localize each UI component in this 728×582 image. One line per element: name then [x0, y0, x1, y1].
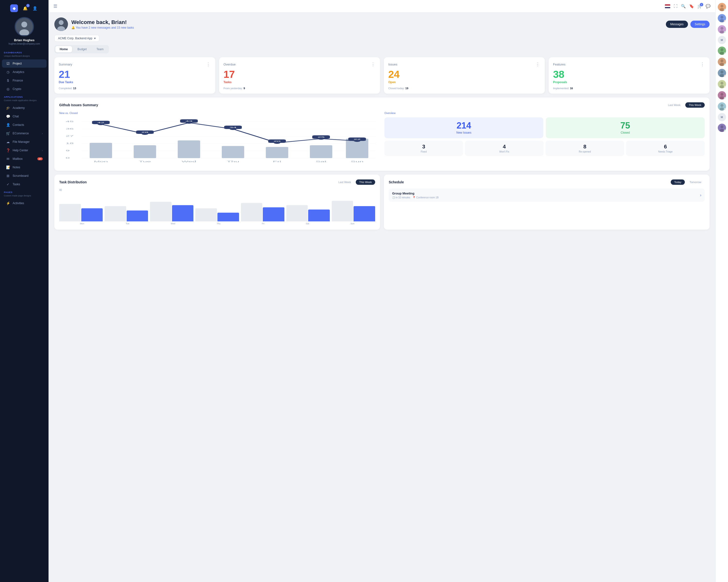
mini-stat-number: 8 [547, 144, 622, 150]
bar-group [105, 206, 148, 221]
right-sidebar-avatar[interactable] [718, 2, 726, 11]
svg-text:9: 9 [66, 149, 70, 152]
sidebar-item-filemanager[interactable]: ☁ File Manager [2, 138, 47, 146]
ecommerce-icon: 🛒 [6, 132, 10, 135]
messages-button[interactable]: Messages [666, 21, 688, 28]
last-week-button[interactable]: Last Week [665, 102, 684, 108]
task-last-week-button[interactable]: Last Week [335, 179, 354, 185]
user-circle-icon[interactable]: 👤 [31, 5, 38, 11]
avatar[interactable] [718, 47, 726, 55]
online-status-dot [724, 31, 726, 33]
avatar[interactable] [718, 69, 726, 77]
online-status-dot [724, 64, 726, 66]
sidebar-item-activities[interactable]: ⚡ Activities [2, 199, 47, 207]
language-flag-icon[interactable] [665, 4, 670, 8]
right-sidebar-avatar[interactable] [718, 13, 726, 23]
avatar[interactable] [718, 80, 726, 88]
schedule-arrow-icon[interactable]: › [700, 193, 701, 197]
right-sidebar-avatar[interactable] [718, 80, 726, 89]
academy-icon: 🎓 [6, 106, 10, 110]
stat-title: Overdue [224, 62, 236, 66]
fullscreen-icon[interactable]: ⛶ [674, 4, 678, 8]
x-label: Thu [217, 222, 220, 225]
right-sidebar-avatar[interactable] [718, 57, 726, 66]
svg-text:Sat: Sat [316, 160, 327, 163]
sidebar-item-scrumboard[interactable]: ⊞ Scrumboard [2, 172, 47, 180]
bar-background [286, 205, 308, 222]
svg-rect-23 [310, 145, 332, 158]
contacts-icon: 👤 [6, 123, 10, 127]
stat-label: Tasks [224, 81, 375, 84]
tasks-icon: ✓ [6, 182, 10, 186]
mini-stat-label: Fixed [386, 150, 461, 153]
sidebar-item-academy[interactable]: 🎓 Academy [2, 104, 47, 112]
more-options-icon[interactable]: ⋮ [536, 62, 540, 67]
sidebar-item-notes[interactable]: 📝 Notes [2, 163, 47, 171]
schedule-meta: 🕐 in 32 minutes 📍 Conference room 1B [392, 196, 439, 199]
svg-text:Thu: Thu [227, 160, 239, 163]
right-sidebar-avatar[interactable]: M [718, 113, 726, 121]
more-options-icon[interactable]: ⋮ [371, 62, 375, 67]
sidebar-item-chat[interactable]: 💬 Chat [2, 112, 47, 120]
top-header: ☰ ⛶ 🔍 🔖 🛒 5 💬 [49, 0, 716, 12]
right-sidebar-avatar[interactable] [718, 102, 726, 111]
sidebar-item-project[interactable]: ☑ Project [2, 59, 47, 68]
chat-icon[interactable]: 💬 [706, 4, 710, 8]
right-sidebar-avatar[interactable] [718, 68, 726, 78]
stat-number: 17 [224, 70, 375, 80]
avatar[interactable] [718, 102, 726, 111]
right-sidebar-avatar[interactable] [718, 25, 726, 34]
sidebar-item-contacts[interactable]: 👤 Contacts [2, 121, 47, 129]
sidebar-item-mailbox[interactable]: ✉ Mailbox 27 [2, 155, 47, 163]
sidebar-email: hughes.brian@company.com [0, 43, 49, 45]
bookmark-icon[interactable]: 🔖 [689, 4, 694, 8]
sidebar-item-crypto[interactable]: ◎ Crypto [2, 85, 47, 93]
project-selector[interactable]: ACME Corp. Backend App ▾ [54, 35, 99, 42]
avatar[interactable] [718, 58, 726, 66]
app-logo[interactable]: ◆ [10, 4, 18, 12]
shopping-cart-icon[interactable]: 🛒 5 [697, 4, 702, 8]
schedule-item-title: Group Meeting [392, 192, 439, 195]
more-options-icon[interactable]: ⋮ [700, 62, 705, 67]
svg-rect-18 [89, 143, 112, 158]
hamburger-menu-icon[interactable]: ☰ [53, 4, 57, 9]
avatar[interactable] [718, 14, 726, 22]
svg-point-60 [721, 27, 723, 30]
closed-issues-card: 75 Closed [546, 117, 705, 138]
bar-value [308, 210, 330, 222]
avatar[interactable] [718, 124, 726, 132]
sidebar-section-sub: Custom made application designs [0, 99, 49, 104]
tab-home[interactable]: Home [55, 46, 72, 52]
x-label: Sat [306, 222, 309, 225]
task-this-week-button[interactable]: This Week [356, 179, 375, 185]
main-content: Welcome back, Brian! 🔔 You have 2 new me… [49, 12, 716, 582]
settings-button[interactable]: Settings [691, 21, 709, 28]
search-icon[interactable]: 🔍 [681, 4, 686, 8]
sidebar-item-analytics[interactable]: ◷ Analytics [2, 68, 47, 76]
svg-point-66 [721, 59, 723, 62]
closed-number: 75 [550, 121, 701, 130]
more-options-icon[interactable]: ⋮ [206, 62, 211, 67]
left-sidebar: ◆ 🔔 3 👤 Brian Hughes hughes.brian@compan… [0, 0, 49, 582]
this-week-button[interactable]: This Week [685, 102, 705, 108]
right-sidebar-avatar[interactable]: M [718, 36, 726, 44]
sidebar-item-ecommerce[interactable]: 🛒 ECommerce › [2, 129, 47, 138]
schedule-time: 🕐 in 32 minutes [392, 196, 410, 199]
sidebar-section-label: APPLICATIONS [0, 93, 49, 99]
right-sidebar-avatar[interactable] [718, 123, 726, 132]
tomorrow-button[interactable]: Tomorrow [686, 179, 705, 185]
sidebar-item-tasks[interactable]: ✓ Tasks [2, 180, 47, 188]
avatar[interactable] [718, 91, 726, 100]
task-bar-chart [59, 192, 375, 221]
tab-team[interactable]: Team [92, 46, 108, 52]
avatar[interactable] [718, 25, 726, 33]
right-sidebar-avatar[interactable] [718, 91, 726, 100]
right-sidebar-avatar[interactable] [718, 46, 726, 55]
sidebar-item-helpcenter[interactable]: ❓ Help Center › [2, 146, 47, 155]
tab-budget[interactable]: Budget [73, 46, 91, 52]
notification-bell-icon[interactable]: 🔔 3 [22, 5, 29, 11]
today-button[interactable]: Today [671, 179, 684, 185]
sidebar-item-finance[interactable]: $ Finance [2, 76, 47, 85]
welcome-section: Welcome back, Brian! 🔔 You have 2 new me… [54, 18, 709, 31]
avatar[interactable] [718, 3, 726, 11]
